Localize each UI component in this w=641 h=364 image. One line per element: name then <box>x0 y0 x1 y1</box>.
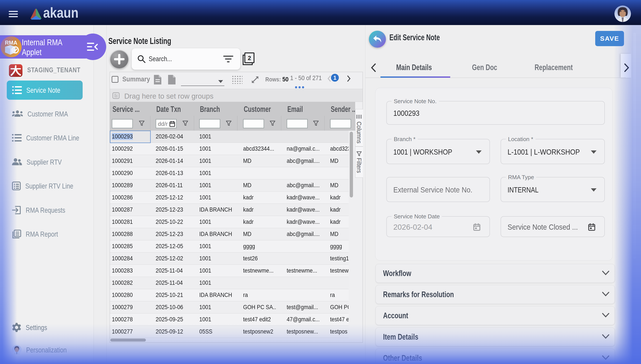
svg-text:RMA: RMA <box>5 40 18 46</box>
svg-text:2: 2 <box>248 55 251 62</box>
